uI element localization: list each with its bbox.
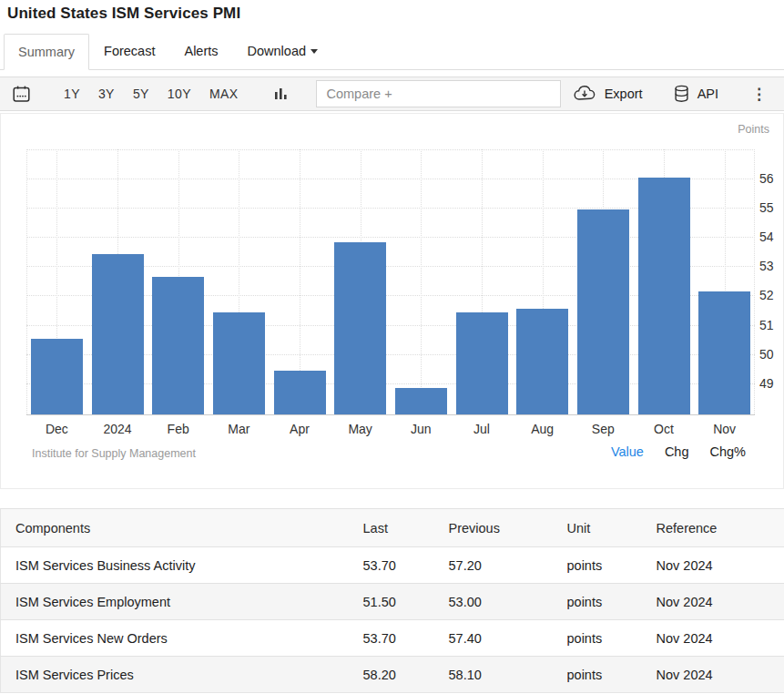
y-tick-54: 54 bbox=[759, 229, 783, 245]
x-label-feb: Feb bbox=[148, 422, 209, 436]
column-header-components: Components bbox=[1, 509, 349, 547]
range-buttons: 1Y3Y5Y10YMAX bbox=[64, 87, 238, 101]
component-name: ISM Services Business Activity bbox=[1, 547, 349, 584]
calendar-icon[interactable] bbox=[12, 85, 31, 104]
bar-jun[interactable] bbox=[395, 388, 447, 414]
y-tick-52: 52 bbox=[759, 287, 783, 303]
tab-bar: Summary Forecast Alerts Download bbox=[0, 27, 784, 70]
column-header-previous: Previous bbox=[434, 509, 553, 547]
bar-oct[interactable] bbox=[638, 178, 690, 414]
x-label-apr: Apr bbox=[270, 422, 331, 436]
mode-link-chg[interactable]: Chg bbox=[665, 444, 689, 459]
x-label-may: May bbox=[330, 422, 391, 436]
bar-sep[interactable] bbox=[577, 209, 629, 414]
bar-dec[interactable] bbox=[31, 339, 83, 414]
table-cell: points bbox=[553, 547, 642, 584]
table-cell: Nov 2024 bbox=[642, 584, 784, 620]
y-tick-56: 56 bbox=[759, 170, 783, 187]
page-header: United States ISM Services PMI bbox=[0, 0, 784, 27]
x-label-jul: Jul bbox=[452, 422, 513, 436]
table-header-row: ComponentsLastPreviousUnitReference bbox=[1, 509, 784, 547]
table-row[interactable]: ISM Services Employment51.5053.00pointsN… bbox=[1, 584, 784, 620]
y-tick-49: 49 bbox=[759, 375, 783, 392]
component-name: ISM Services New Orders bbox=[1, 620, 349, 657]
table-cell: Nov 2024 bbox=[642, 620, 784, 657]
range-button-10y[interactable]: 10Y bbox=[168, 87, 191, 101]
y-tick-55: 55 bbox=[759, 199, 783, 216]
gridline-v-6 bbox=[421, 149, 422, 414]
plot-left-edge bbox=[26, 149, 27, 414]
table-cell: Nov 2024 bbox=[642, 547, 784, 584]
component-name: ISM Services Prices bbox=[1, 657, 349, 693]
bar-apr[interactable] bbox=[274, 371, 326, 414]
bar-jul[interactable] bbox=[456, 312, 508, 414]
mode-link-chgpct[interactable]: Chg% bbox=[710, 444, 747, 459]
tab-download-label: Download bbox=[248, 44, 307, 58]
export-button[interactable]: Export bbox=[573, 86, 643, 102]
table-row[interactable]: ISM Services Business Activity53.7057.20… bbox=[1, 547, 784, 584]
table-cell: 53.00 bbox=[434, 584, 553, 620]
kebab-menu-icon[interactable]: ⋮ bbox=[749, 85, 769, 104]
component-name: ISM Services Employment bbox=[1, 584, 349, 620]
x-label-jun: Jun bbox=[391, 422, 452, 436]
table-cell: 51.50 bbox=[349, 584, 434, 620]
bar-aug[interactable] bbox=[516, 309, 568, 414]
x-label-mar: Mar bbox=[209, 422, 270, 436]
x-label-dec: Dec bbox=[26, 422, 87, 436]
x-label-nov: Nov bbox=[694, 422, 755, 436]
range-button-1y[interactable]: 1Y bbox=[64, 87, 80, 101]
bar-may[interactable] bbox=[334, 242, 386, 414]
table-row[interactable]: ISM Services Prices58.2058.10pointsNov 2… bbox=[1, 657, 784, 693]
tab-download[interactable]: Download bbox=[233, 33, 333, 69]
api-button[interactable]: API bbox=[674, 85, 718, 103]
column-header-unit: Unit bbox=[553, 509, 642, 547]
table-cell: 57.40 bbox=[434, 620, 553, 657]
table-cell: points bbox=[553, 657, 642, 693]
components-table: ComponentsLastPreviousUnitReference ISM … bbox=[0, 508, 784, 693]
chart-card: Points 4950515253545556 Dec2024FebMarApr… bbox=[0, 113, 784, 489]
table-cell: 57.20 bbox=[434, 547, 553, 584]
table-cell: Nov 2024 bbox=[642, 657, 784, 693]
plot-right-edge bbox=[754, 149, 755, 414]
range-button-3y[interactable]: 3Y bbox=[98, 87, 115, 101]
x-label-sep: Sep bbox=[573, 422, 634, 436]
caret-down-icon bbox=[311, 49, 318, 54]
api-label: API bbox=[697, 87, 718, 101]
export-label: Export bbox=[605, 87, 643, 101]
toolbar-right-group: Export API ⋮ bbox=[573, 85, 784, 104]
x-label-2024: 2024 bbox=[87, 422, 148, 436]
x-label-oct: Oct bbox=[634, 422, 695, 436]
cloud-download-icon bbox=[573, 86, 596, 102]
page-title: United States ISM Services PMI bbox=[7, 5, 777, 23]
y-tick-53: 53 bbox=[759, 258, 783, 274]
table-cell: points bbox=[553, 620, 642, 657]
source-attribution: Institute for Supply Management bbox=[32, 447, 196, 460]
table-cell: 53.70 bbox=[349, 620, 434, 657]
mode-link-value[interactable]: Value bbox=[611, 444, 644, 459]
bar-chart-plot-area bbox=[26, 149, 755, 415]
column-header-reference: Reference bbox=[642, 509, 784, 547]
y-axis-unit-label: Points bbox=[738, 123, 769, 136]
table-row[interactable]: ISM Services New Orders53.7057.40pointsN… bbox=[1, 620, 784, 657]
tab-summary[interactable]: Summary bbox=[4, 34, 89, 70]
column-chart-icon[interactable] bbox=[274, 86, 289, 102]
x-label-aug: Aug bbox=[512, 422, 573, 436]
tab-forecast[interactable]: Forecast bbox=[89, 33, 169, 69]
series-mode-links: ValueChgChg% bbox=[611, 444, 746, 459]
bar-nov[interactable] bbox=[698, 291, 750, 414]
bar-2024[interactable] bbox=[92, 254, 144, 414]
bar-mar[interactable] bbox=[213, 312, 265, 414]
database-icon bbox=[674, 85, 689, 103]
table-cell: 53.70 bbox=[349, 547, 434, 584]
gridline-57 bbox=[26, 149, 755, 150]
compare-input[interactable] bbox=[316, 80, 561, 107]
table-cell: 58.10 bbox=[434, 657, 553, 693]
chart-toolbar: 1Y3Y5Y10YMAX Export API ⋮ bbox=[0, 77, 784, 111]
bar-feb[interactable] bbox=[152, 277, 204, 414]
column-header-last: Last bbox=[349, 509, 434, 547]
range-button-5y[interactable]: 5Y bbox=[133, 87, 149, 101]
tab-alerts[interactable]: Alerts bbox=[169, 33, 232, 69]
range-button-max[interactable]: MAX bbox=[209, 87, 239, 101]
table-cell: points bbox=[553, 584, 642, 620]
y-tick-51: 51 bbox=[759, 317, 783, 333]
